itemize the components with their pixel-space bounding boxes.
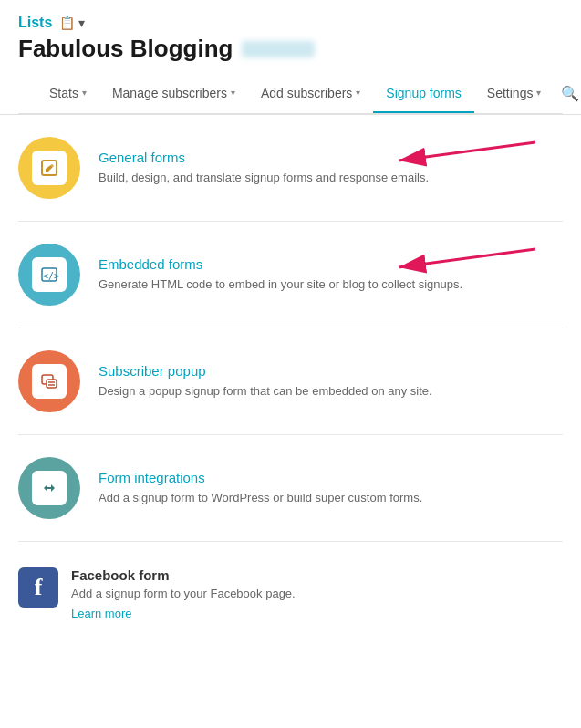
form-integrations-text: Form integrations Add a signup form to W… bbox=[99, 470, 563, 507]
facebook-learn-more-link[interactable]: Learn more bbox=[71, 607, 131, 620]
general-forms-desc: Build, design, and translate signup form… bbox=[99, 169, 563, 187]
subscriber-popup-text: Subscriber popup Design a popup signup f… bbox=[99, 363, 563, 400]
chevron-down-icon: ▾ bbox=[82, 88, 87, 98]
facebook-title: Facebook form bbox=[71, 567, 296, 583]
nav-add-subscribers[interactable]: Add subscribers ▾ bbox=[248, 75, 373, 113]
subscriber-popup-icon bbox=[18, 350, 80, 412]
chevron-down-icon: ▾ bbox=[231, 88, 235, 98]
general-forms-icon bbox=[18, 137, 80, 199]
page-title-blurred bbox=[242, 41, 315, 57]
main-nav: Stats ▾ Manage subscribers ▾ Add subscri… bbox=[18, 74, 563, 114]
form-integrations-desc: Add a signup form to WordPress or build … bbox=[99, 489, 563, 507]
general-forms-title[interactable]: General forms bbox=[99, 150, 563, 165]
list-item: </> Embedded forms Generate HTML code to… bbox=[18, 222, 563, 328]
page-title: Fabulous Blogging bbox=[18, 35, 563, 63]
embedded-forms-title[interactable]: Embedded forms bbox=[99, 256, 563, 272]
facebook-text: Facebook form Add a signup form to your … bbox=[71, 567, 296, 620]
embedded-forms-icon: </> bbox=[18, 244, 80, 306]
chevron-down-icon: ▾ bbox=[536, 88, 541, 98]
list-item: Form integrations Add a signup form to W… bbox=[18, 435, 563, 542]
nav-stats[interactable]: Stats ▾ bbox=[36, 75, 99, 113]
search-icon[interactable]: 🔍 bbox=[554, 74, 581, 113]
subscriber-popup-desc: Design a popup signup form that can be e… bbox=[99, 382, 563, 400]
list-item: Subscriber popup Design a popup signup f… bbox=[18, 328, 563, 435]
main-content: General forms Build, design, and transla… bbox=[0, 115, 581, 629]
lists-icon: 📋 ▾ bbox=[59, 16, 85, 30]
embedded-forms-text: Embedded forms Generate HTML code to emb… bbox=[99, 256, 563, 294]
nav-manage-subscribers[interactable]: Manage subscribers ▾ bbox=[99, 75, 248, 113]
facebook-section: f Facebook form Add a signup form to you… bbox=[18, 542, 563, 629]
form-integrations-icon bbox=[18, 457, 80, 519]
list-item: General forms Build, design, and transla… bbox=[18, 115, 563, 222]
embedded-forms-desc: Generate HTML code to embed in your site… bbox=[99, 276, 563, 294]
subscriber-popup-title[interactable]: Subscriber popup bbox=[99, 363, 563, 379]
lists-link[interactable]: Lists bbox=[18, 15, 52, 31]
svg-rect-6 bbox=[47, 380, 57, 388]
nav-signup-forms[interactable]: Signup forms bbox=[373, 75, 473, 113]
facebook-icon: f bbox=[18, 567, 58, 608]
chevron-down-icon: ▾ bbox=[356, 88, 360, 98]
form-integrations-title[interactable]: Form integrations bbox=[99, 470, 563, 485]
nav-settings[interactable]: Settings ▾ bbox=[474, 75, 555, 113]
svg-text:</>: </> bbox=[43, 271, 59, 281]
general-forms-text: General forms Build, design, and transla… bbox=[99, 150, 563, 187]
facebook-desc: Add a signup form to your Facebook page. bbox=[71, 587, 296, 600]
